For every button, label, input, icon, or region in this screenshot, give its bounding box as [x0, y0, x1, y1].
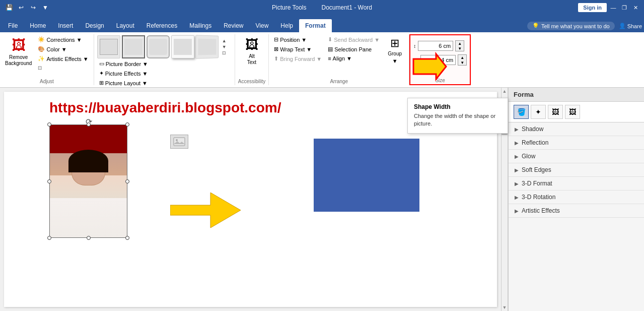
restore-button[interactable]: ❐ [620, 3, 629, 12]
tell-me-text: Tell me what you want to do [541, 23, 610, 29]
color-button[interactable]: 🎨 Color ▼ [36, 45, 90, 53]
tab-insert[interactable]: Insert [52, 19, 79, 32]
alt-text-label: AltText [247, 53, 256, 66]
align-button[interactable]: ≡ Align ▼ [326, 54, 382, 63]
handle-mr[interactable] [125, 179, 129, 183]
title-bar-left: 💾 ↩ ↪ ▼ [4, 3, 50, 13]
tab-layout[interactable]: Layout [110, 19, 140, 32]
tab-design[interactable]: Design [79, 19, 110, 32]
tab-references[interactable]: References [140, 19, 183, 32]
share-button[interactable]: 👤 Share [619, 23, 642, 29]
panel-icon-image2[interactable]: 🖼 [565, 105, 580, 119]
picture-styles-thumbnails: ▲ ▼ ⊡ [97, 35, 232, 58]
corrections-button[interactable]: ☀️ Corrections ▼ [36, 35, 90, 44]
yellow-arrow [170, 188, 241, 234]
handle-ml[interactable] [47, 179, 51, 183]
save-icon[interactable]: 💾 [4, 3, 14, 13]
more-adjust-button[interactable]: ⊡ [36, 64, 90, 72]
qs-dropdown-icon[interactable]: ▼ [40, 3, 50, 13]
group-icon: ⊞ [390, 37, 399, 50]
group-button[interactable]: ⊞ Group ▼ [384, 35, 406, 66]
redo-icon[interactable]: ↪ [28, 3, 38, 13]
panel-header: Forma [509, 88, 644, 102]
tab-mailings[interactable]: Mailings [183, 19, 218, 32]
more-styles-icon[interactable]: ⊡ [222, 50, 227, 55]
panel-section-shadow[interactable]: ▶ Shadow [509, 122, 644, 136]
arrange-col: ⊟ Position ▼ ⊠ Wrap Text ▼ ⬆ Bring Forwa… [272, 35, 324, 63]
scroll-down-btn[interactable]: ▼ [502, 304, 508, 311]
panel-section-soft-edges[interactable]: ▶ Soft Edges [509, 163, 644, 177]
photo-frame[interactable] [49, 125, 127, 238]
wrap-text-icon: ⊠ [274, 46, 278, 52]
height-spin-down[interactable]: ▼ [456, 46, 464, 51]
handle-tl[interactable] [47, 122, 51, 127]
tab-file[interactable]: File [2, 19, 24, 32]
group-arrow: ▼ [392, 58, 398, 64]
window-title: Picture Tools Document1 - Word [272, 4, 372, 11]
panel-section-3d-format[interactable]: ▶ 3-D Format [509, 177, 644, 191]
width-spin-up[interactable]: ▲ [458, 55, 466, 60]
title-bar: 💾 ↩ ↪ ▼ Picture Tools Document1 - Word S… [0, 0, 644, 15]
remove-background-label: RemoveBackground [5, 54, 32, 67]
panel-section-glow[interactable]: ▶ Glow [509, 150, 644, 163]
adjust-label: Adjust [40, 78, 54, 84]
reflection-label: Reflection [522, 139, 548, 146]
scroll-up-btn[interactable]: ▲ [502, 88, 508, 95]
artistic-effects-button[interactable]: ✨ Artistic Effects ▼ [36, 54, 90, 63]
scroll-down-icon[interactable]: ▼ [222, 44, 227, 49]
tab-help[interactable]: Help [274, 19, 299, 32]
send-backward-button[interactable]: ⬇ Send Backward ▼ [326, 35, 382, 44]
undo-icon[interactable]: ↩ [16, 3, 26, 13]
style-thumb-4[interactable] [171, 35, 194, 58]
style-thumb-5[interactable] [195, 35, 219, 59]
handle-br[interactable] [125, 236, 129, 240]
height-input[interactable] [418, 41, 453, 51]
panel-section-artistic-effects[interactable]: ▶ Artistic Effects [509, 204, 644, 218]
panel-icon-fill[interactable]: 🪣 [514, 105, 529, 119]
panel-icon-effects[interactable]: ✦ [531, 105, 546, 119]
position-button[interactable]: ⊟ Position ▼ [272, 35, 324, 44]
panel-section-reflection[interactable]: ▶ Reflection [509, 136, 644, 150]
send-backward-label: Send Backward [334, 37, 373, 43]
style-thumb-3[interactable] [147, 35, 170, 58]
right-panel: Forma 🪣 ✦ 🖼 🖼 ▶ Shadow ▶ Reflection ▶ Gl… [508, 88, 644, 311]
tell-me-box[interactable]: 💡 Tell me what you want to do [527, 22, 615, 30]
picture-placeholder [170, 135, 188, 149]
width-spin-down[interactable]: ▼ [458, 60, 466, 65]
picture-effects-button[interactable]: ✦ Picture Effects ▼ [97, 69, 232, 78]
3d-format-label: 3-D Format [522, 180, 552, 187]
compress-icon: ⊡ [38, 65, 42, 71]
tooltip-description: Change the width of the shape or picture… [414, 112, 502, 128]
tab-review[interactable]: Review [218, 19, 249, 32]
style-thumb-2[interactable] [122, 35, 145, 58]
minimize-button[interactable]: — [609, 3, 618, 12]
accessibility-label: Accessibility [238, 78, 265, 84]
panel-icon-image1[interactable]: 🖼 [548, 105, 563, 119]
handle-tr[interactable] [125, 122, 129, 127]
artistic-effects-icon: ✨ [38, 55, 45, 62]
handle-bc[interactable] [87, 236, 91, 240]
picture-layout-button[interactable]: ⊞ Picture Layout ▼ [97, 79, 232, 87]
adjust-group: 🖼 RemoveBackground ☀️ Corrections ▼ 🎨 Co… [0, 34, 94, 85]
selection-pane-button[interactable]: ▤ Selection Pane [326, 45, 382, 53]
height-spin-up[interactable]: ▲ [456, 41, 464, 46]
panel-section-3d-rotation[interactable]: ▶ 3-D Rotation [509, 191, 644, 204]
sign-in-button[interactable]: Sign in [578, 3, 607, 12]
wrap-text-button[interactable]: ⊠ Wrap Text ▼ [272, 45, 324, 53]
tab-view[interactable]: View [250, 19, 275, 32]
handle-tc[interactable] [87, 122, 91, 127]
handle-bl[interactable] [47, 236, 51, 240]
tab-home[interactable]: Home [24, 19, 52, 32]
accessibility-group: 🖼 AltText Accessibility [235, 34, 269, 85]
picture-layout-icon: ⊞ [99, 80, 104, 86]
alt-text-button[interactable]: 🖼 AltText [242, 35, 261, 67]
close-button[interactable]: ✕ [631, 3, 640, 12]
scroll-up-icon[interactable]: ▲ [222, 38, 227, 43]
bring-forward-button[interactable]: ⬆ Bring Forward ▼ [272, 54, 324, 63]
tab-bar: File Home Insert Design Layout Reference… [0, 15, 644, 32]
style-thumb-1[interactable] [97, 35, 120, 58]
remove-background-button[interactable]: 🖼 RemoveBackground [3, 35, 34, 68]
photo-container[interactable] [49, 125, 127, 238]
tab-format[interactable]: Format [299, 19, 332, 32]
picture-border-button[interactable]: ▭ Picture Border ▼ [97, 59, 232, 68]
